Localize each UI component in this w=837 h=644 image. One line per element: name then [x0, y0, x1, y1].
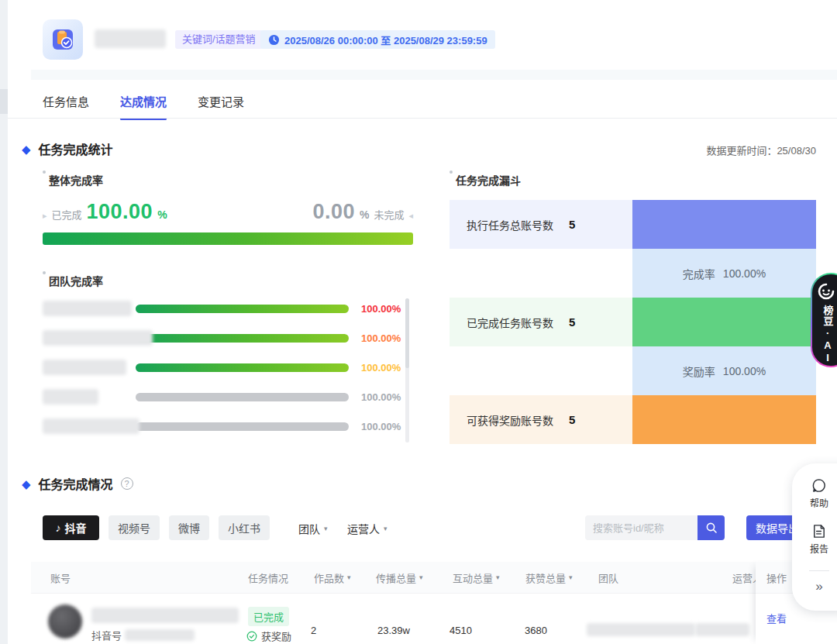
label-dot [43, 271, 46, 274]
avatar [48, 604, 82, 639]
page-edge-scroll-nub [0, 89, 8, 114]
nickname-redacted [91, 608, 239, 623]
works-count: 2 [311, 625, 316, 636]
status-badge: 已完成 [248, 607, 289, 626]
section-diamond-icon: ◆ [22, 143, 31, 155]
team-rate-title: 团队完成率 [49, 273, 103, 288]
team-list-scrollbar[interactable] [405, 298, 409, 443]
search-input[interactable] [585, 515, 698, 540]
team-name-redacted [43, 360, 126, 375]
tabs-divider [8, 118, 837, 119]
account-id-redacted [125, 629, 195, 641]
team-progress-bar [136, 363, 349, 372]
sort-caret-icon[interactable]: ▾ [496, 573, 500, 581]
collapse-chevron-icon[interactable]: » [815, 579, 822, 594]
bangdou-logo-icon [817, 282, 835, 301]
section-diamond-icon: ◆ [22, 478, 31, 490]
done-value: 100.00 [87, 200, 153, 224]
done-unit: % [157, 208, 167, 221]
funnel-rate-reward: 奖励率100.00% [632, 346, 816, 395]
left-pointer-icon: ▸ [43, 211, 47, 221]
task-dashboard-page: 关键词/话题营销 2025/08/26 00:00:00 至 2025/08/2… [0, 0, 837, 644]
team-name-redacted [43, 330, 153, 346]
col-account: 账号 [50, 562, 71, 593]
clipboard-check-icon [50, 27, 75, 52]
search-button[interactable] [698, 515, 725, 540]
search-box [585, 515, 698, 540]
bangdou-ai-assistant-badge[interactable]: 榜豆·AI [811, 273, 837, 367]
undone-label: 未完成 [374, 207, 404, 222]
report-doc-icon [811, 523, 827, 539]
funnel-spacer [450, 346, 632, 395]
funnel-spacer [450, 249, 632, 298]
funnel-stage-label: 可获得奖励账号数5 [450, 395, 632, 444]
platform-id-line: 抖音号 [91, 628, 195, 642]
table-header: 账号 任务情况 作品数▾ 传播总量▾ 互动总量▾ 获赞总量▾ 团队 运营人 [31, 562, 837, 593]
view-action-link[interactable]: 查看 [766, 611, 787, 625]
col-team: 团队 [598, 562, 618, 593]
tab-change-log[interactable]: 变更记录 [198, 93, 244, 120]
funnel-rate-completion: 完成率100.00% [632, 249, 816, 298]
reward-label: 获奖励 [261, 629, 291, 643]
search-icon [705, 522, 718, 534]
filter-operator-dropdown[interactable]: 运营人 ▾ [347, 521, 388, 536]
sort-caret-icon[interactable]: ▾ [569, 573, 573, 581]
scrollbar-thumb[interactable] [405, 298, 409, 368]
brand-vertical-text: 榜豆·AI [821, 305, 835, 364]
platform-id-label: 抖音号 [91, 628, 122, 642]
task-type-tag: 关键词/话题营销 [175, 30, 263, 49]
team-percent: 100.00% [361, 421, 401, 432]
stats-section-header: ◆ 任务完成统计 [22, 139, 113, 158]
team-row: 100.00% [43, 412, 413, 441]
task-name-redacted [95, 29, 166, 48]
help-button[interactable]: 帮助 [810, 477, 828, 509]
platform-tab-xiaohongshu[interactable]: 小红书 [219, 515, 270, 540]
chevron-down-icon: ▾ [384, 525, 388, 532]
updated-value: 25/08/30 [777, 145, 816, 157]
accounts-table: 账号 任务情况 作品数▾ 传播总量▾ 互动总量▾ 获赞总量▾ 团队 运营人 抖音… [31, 562, 837, 644]
tab-task-info[interactable]: 任务信息 [43, 93, 89, 120]
funnel-block-reward [632, 395, 816, 444]
team-name-redacted [43, 389, 98, 405]
team-row: 100.00% [43, 294, 413, 323]
likes-total: 3680 [525, 625, 547, 636]
collapsed-banner [31, 70, 837, 80]
tiktok-note-icon: ♪ [56, 522, 61, 534]
undone-unit: % [360, 208, 369, 221]
platform-tab-shipinhao[interactable]: 视频号 [108, 515, 160, 540]
data-updated-time: 数据更新时间：25/08/30 [706, 143, 816, 157]
task-funnel: 执行任务总账号数5 完成率100.00% 已完成任务账号数5 奖励率100.00… [450, 200, 816, 444]
platform-tab-weibo[interactable]: 微博 [169, 515, 209, 540]
funnel-stage-value: 5 [569, 413, 575, 426]
help-question-icon[interactable]: ? [121, 477, 133, 490]
reward-line: 获奖励 [246, 629, 291, 643]
col-interaction[interactable]: 互动总量▾ [453, 562, 500, 593]
task-icon [43, 19, 83, 60]
funnel-stage-label: 执行任务总账号数5 [450, 200, 632, 249]
overall-rate-title: 整体完成率 [49, 172, 103, 188]
team-progress-bar [136, 334, 349, 343]
sort-caret-icon[interactable]: ▾ [419, 573, 423, 581]
clock-icon [268, 34, 280, 46]
funnel-stage-value: 5 [569, 218, 575, 231]
team-row: 100.00% [43, 323, 413, 353]
date-range-badge: 2025/08/26 00:00:00 至 2025/08/29 23:59:5… [260, 30, 495, 49]
platform-tab-douyin[interactable]: ♪ 抖音 [43, 515, 99, 540]
funnel-block-completed [632, 298, 816, 346]
check-circle-icon [246, 631, 257, 642]
team-row: 100.00% [43, 382, 413, 412]
chevron-down-icon: ▾ [324, 525, 328, 532]
col-works[interactable]: 作品数▾ [314, 562, 351, 593]
filter-team-dropdown[interactable]: 团队 ▾ [298, 521, 328, 536]
interaction-total: 4510 [450, 625, 472, 636]
col-likes[interactable]: 获赞总量▾ [525, 562, 573, 593]
funnel-block-total [632, 200, 816, 249]
col-spread[interactable]: 传播总量▾ [376, 562, 423, 593]
col-task-status: 任务情况 [248, 562, 288, 593]
overall-rate-values: ▸ 已完成 100.00 % 0.00 % 未完成 ◂ [43, 200, 413, 224]
label-dot [450, 170, 453, 174]
report-button[interactable]: 报告 [810, 523, 828, 555]
funnel-stage-label: 已完成任务账号数5 [450, 298, 632, 346]
sort-caret-icon[interactable]: ▾ [347, 573, 351, 581]
tab-achievement[interactable]: 达成情况 [120, 93, 167, 120]
